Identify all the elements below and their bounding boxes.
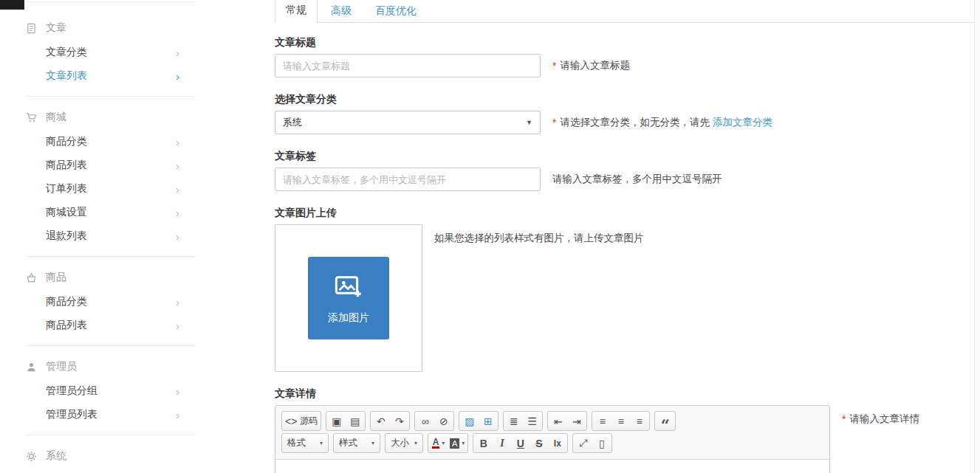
- chevron-right-icon: ›: [176, 230, 179, 243]
- sidebar-section-admin[interactable]: 管理员: [0, 354, 222, 379]
- insert-image-icon[interactable]: ▨: [460, 412, 479, 430]
- unlink-icon[interactable]: ⊘: [434, 412, 453, 430]
- tab-bar: 常规 高级 百度优化: [275, 0, 974, 23]
- style-dropdown[interactable]: 样式 ▾: [333, 433, 380, 453]
- sidebar-section-mall[interactable]: 商城: [0, 105, 222, 130]
- sidebar-item-basic-info[interactable]: 基本信息 ›: [0, 469, 222, 473]
- sidebar-section-system[interactable]: 系统: [0, 443, 222, 469]
- link-icon[interactable]: ∞: [416, 412, 434, 430]
- field-article-detail: 文章详情 <>源码 ▣ ▤ ↶: [275, 388, 974, 473]
- source-button[interactable]: <>源码: [283, 412, 320, 430]
- text-color-button[interactable]: A▾: [429, 435, 448, 452]
- sidebar-item-order-list[interactable]: 订单列表 ›: [0, 177, 222, 201]
- sidebar-section-goods[interactable]: 商品: [0, 265, 222, 290]
- toolbar-group-quote: “: [654, 411, 676, 431]
- field-article-category: 选择文章分类 系统 ▼ * 请选择文章分类，如无分类，请先 添加文章分类: [275, 94, 974, 134]
- sidebar-item-admin-list[interactable]: 管理员列表 ›: [0, 403, 222, 427]
- article-detail-hint: * 请输入文章详情: [842, 412, 919, 426]
- sidebar-item-mall-settings[interactable]: 商城设置 ›: [0, 201, 222, 224]
- align-center-icon[interactable]: ≡: [611, 412, 630, 430]
- caret-down-icon: ▾: [371, 440, 374, 446]
- hint-text: 请选择文章分类，如无分类，请先: [560, 116, 710, 129]
- align-left-icon[interactable]: ≡: [593, 412, 611, 430]
- insert-table-icon[interactable]: ⊞: [479, 412, 497, 430]
- bold-icon[interactable]: B: [474, 435, 493, 452]
- show-blocks-icon[interactable]: ▯: [592, 435, 611, 452]
- scrollbar[interactable]: [974, 0, 980, 473]
- chevron-right-icon: ›: [176, 296, 179, 308]
- divider: [26, 96, 196, 97]
- chevron-right-icon: ›: [176, 46, 179, 59]
- bg-color-button[interactable]: A▾: [448, 435, 467, 452]
- toolbar-group-align: ≡ ≡ ≡: [592, 411, 650, 431]
- article-tags-hint: 请输入文章标签，多个用中文逗号隔开: [552, 173, 722, 186]
- hint-text: 请输入文章详情: [849, 412, 919, 426]
- toolbar-group-history: ↶ ↷: [370, 411, 410, 431]
- sidebar-item-article-list[interactable]: 文章列表 ›: [0, 64, 222, 88]
- size-dropdown[interactable]: 大小 ▾: [385, 433, 423, 453]
- indent-icon[interactable]: ⇥: [567, 412, 586, 430]
- sidebar-item-refund-list[interactable]: 退款列表 ›: [0, 224, 222, 248]
- caret-down-icon: ▾: [320, 440, 323, 446]
- category-select-value: 系统: [283, 116, 302, 129]
- sidebar-item-goods-category-mall[interactable]: 商品分类 ›: [0, 130, 222, 153]
- add-category-link[interactable]: 添加文章分类: [713, 116, 772, 129]
- paste-icon[interactable]: ▣: [327, 412, 346, 430]
- article-tags-input[interactable]: [275, 168, 541, 191]
- undo-icon[interactable]: ↶: [371, 412, 390, 430]
- editor-toolbar: <>源码 ▣ ▤ ↶ ↷ ∞: [275, 406, 829, 460]
- article-tags-label: 文章标签: [275, 151, 974, 162]
- maximize-icon[interactable]: ⤢: [574, 435, 592, 452]
- basket-icon: [26, 272, 37, 283]
- blockquote-icon[interactable]: “: [656, 412, 674, 430]
- sidebar-item-goods-list-mall[interactable]: 商品列表 ›: [0, 153, 222, 177]
- field-article-title: 文章标题 * 请输入文章标题: [275, 37, 974, 77]
- align-right-icon[interactable]: ≡: [630, 412, 648, 430]
- article-title-input[interactable]: [275, 54, 541, 77]
- sidebar-item-label: 订单列表: [46, 182, 87, 196]
- sidebar-section-article[interactable]: 文章: [0, 15, 222, 41]
- sidebar-item-article-category[interactable]: 文章分类 ›: [0, 41, 222, 64]
- user-icon: [26, 362, 37, 373]
- divider: [26, 345, 196, 346]
- style-dropdown-label: 样式: [339, 437, 357, 449]
- sidebar-section-label: 文章: [46, 21, 66, 35]
- sidebar-item-goods-list[interactable]: 商品列表 ›: [0, 314, 222, 337]
- article-image-hint: 如果您选择的列表样式有图片，请上传文章图片: [434, 232, 644, 245]
- sidebar-item-label: 商品列表: [46, 159, 87, 172]
- gear-icon: [26, 451, 37, 462]
- ordered-list-icon[interactable]: ≣: [504, 412, 523, 430]
- sidebar-item-label: 商品列表: [46, 319, 87, 332]
- sidebar-item-label: 商城设置: [46, 206, 87, 219]
- add-image-button[interactable]: 添加图片: [308, 257, 389, 339]
- paste-from-word-icon[interactable]: ▤: [346, 412, 364, 430]
- remove-format-icon[interactable]: Ix: [548, 435, 566, 452]
- underline-icon[interactable]: U: [511, 435, 530, 452]
- category-select[interactable]: 系统 ▼: [275, 111, 541, 134]
- divider: [26, 1, 196, 2]
- strikethrough-icon[interactable]: S: [530, 435, 548, 452]
- tab-baidu-seo[interactable]: 百度优化: [365, 0, 427, 23]
- sidebar-section-label: 商品: [46, 271, 66, 284]
- rich-text-editor: <>源码 ▣ ▤ ↶ ↷ ∞: [275, 405, 830, 473]
- outdent-icon[interactable]: ⇤: [549, 412, 567, 430]
- toolbar-group-insert: ▨ ⊞: [459, 411, 498, 431]
- sidebar-item-admin-group[interactable]: 管理员分组 ›: [0, 379, 222, 403]
- sidebar-item-label: 文章列表: [46, 69, 87, 83]
- select-arrow-icon: ▼: [526, 119, 532, 126]
- image-plus-icon: [332, 272, 366, 311]
- source-icon: <>: [285, 415, 297, 427]
- tab-advanced[interactable]: 高级: [321, 0, 362, 23]
- editor-content[interactable]: [275, 460, 829, 473]
- text-color-icon: A: [432, 438, 440, 449]
- unordered-list-icon[interactable]: ☰: [523, 412, 541, 430]
- sidebar-item-label: 商品分类: [46, 295, 87, 308]
- sidebar-section-label: 商城: [46, 111, 66, 124]
- sidebar-section-label: 管理员: [46, 360, 77, 373]
- redo-icon[interactable]: ↷: [390, 412, 408, 430]
- format-dropdown[interactable]: 格式 ▾: [281, 433, 329, 453]
- hint-text: 请输入文章标题: [560, 59, 630, 72]
- italic-icon[interactable]: I: [493, 435, 511, 452]
- sidebar-item-goods-category[interactable]: 商品分类 ›: [0, 290, 222, 314]
- tab-general[interactable]: 常规: [275, 0, 318, 23]
